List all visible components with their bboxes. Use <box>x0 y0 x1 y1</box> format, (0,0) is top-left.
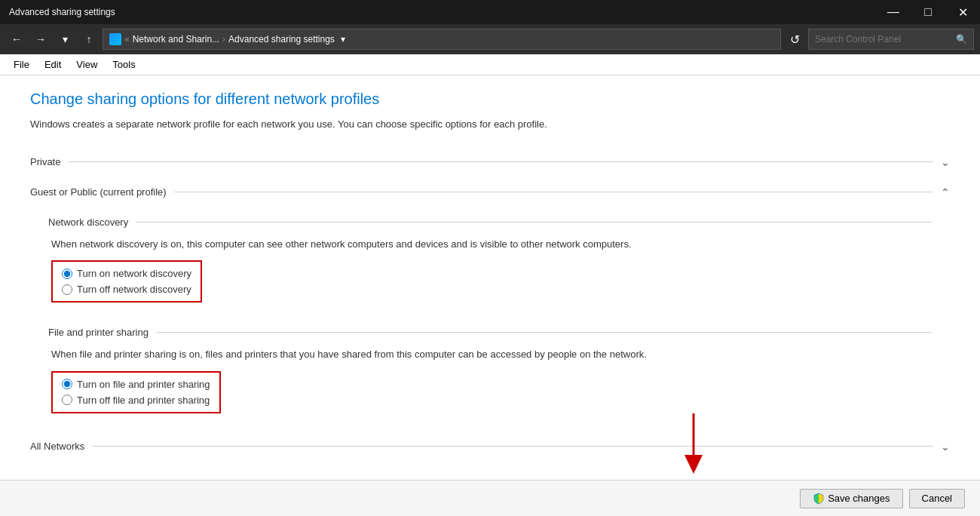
forward-button[interactable]: → <box>30 29 51 50</box>
search-box[interactable]: 🔍 <box>808 29 974 50</box>
all-networks-section-header[interactable]: All Networks ⌄ <box>30 435 950 459</box>
menu-file[interactable]: File <box>6 56 37 73</box>
path-part1: Network and Sharin... <box>133 34 219 45</box>
path-part2: Advanced sharing settings <box>228 34 335 45</box>
network-discovery-title: Network discovery <box>48 217 128 228</box>
menu-tools[interactable]: Tools <box>105 56 142 73</box>
network-discovery-subsection: Network discovery When network discovery… <box>30 204 950 315</box>
file-printer-sharing-radio-group: Turn on file and printer sharing Turn of… <box>51 371 221 413</box>
refresh-button[interactable]: ↺ <box>784 29 805 50</box>
network-discovery-off-label[interactable]: Turn off network discovery <box>62 284 191 295</box>
up-button[interactable]: ↑ <box>78 29 100 50</box>
save-changes-text: Save changes <box>828 493 890 504</box>
shield-icon <box>813 493 825 505</box>
file-printer-sharing-title: File and printer sharing <box>48 327 149 338</box>
private-section-title: Private <box>30 156 60 167</box>
private-section: Private ⌄ <box>30 150 950 174</box>
cancel-button[interactable]: Cancel <box>909 489 965 508</box>
file-printer-sharing-off-label[interactable]: Turn off file and printer sharing <box>62 395 210 406</box>
file-printer-sharing-line <box>156 332 932 333</box>
guest-public-section-header[interactable]: Guest or Public (current profile) ⌃ <box>30 180 950 204</box>
address-bar: ← → ▾ ↑ « Network and Sharin... › Advanc… <box>0 24 980 54</box>
address-path-container[interactable]: « Network and Sharin... › Advanced shari… <box>103 29 781 50</box>
network-discovery-header: Network discovery <box>48 217 932 228</box>
file-printer-sharing-description: When file and printer sharing is on, fil… <box>48 347 932 362</box>
file-printer-sharing-on-text: Turn on file and printer sharing <box>77 379 210 390</box>
all-networks-section: All Networks ⌄ <box>30 435 950 459</box>
all-networks-section-line <box>92 446 933 447</box>
network-discovery-on-text: Turn on network discovery <box>77 268 191 279</box>
network-discovery-line <box>136 222 932 223</box>
guest-public-section-line <box>174 192 933 192</box>
file-printer-sharing-header: File and printer sharing <box>48 327 932 338</box>
guest-public-chevron-icon: ⌃ <box>941 186 950 198</box>
save-changes-button[interactable]: Save changes <box>800 489 902 508</box>
private-section-header[interactable]: Private ⌄ <box>30 150 950 174</box>
dropdown-button[interactable]: ▾ <box>54 29 75 50</box>
file-printer-sharing-subsection: File and printer sharing When file and p… <box>30 315 950 425</box>
network-discovery-description: When network discovery is on, this compu… <box>48 237 932 252</box>
network-discovery-on-label[interactable]: Turn on network discovery <box>62 268 191 279</box>
title-bar: Advanced sharing settings — □ ✕ <box>0 0 980 24</box>
network-discovery-on-radio[interactable] <box>62 269 72 279</box>
path-dropdown-button[interactable]: ▾ <box>341 34 345 45</box>
footer: Save changes Cancel <box>0 480 980 516</box>
private-section-line <box>68 161 933 162</box>
all-networks-section-title: All Networks <box>30 441 84 452</box>
back-button[interactable]: ← <box>6 29 27 50</box>
path-icon <box>109 33 121 45</box>
guest-public-section-title: Guest or Public (current profile) <box>30 186 167 198</box>
path-separator: › <box>222 34 225 45</box>
network-discovery-off-text: Turn off network discovery <box>77 284 191 295</box>
menu-view[interactable]: View <box>69 56 105 73</box>
menu-edit[interactable]: Edit <box>37 56 69 73</box>
guest-public-section: Guest or Public (current profile) ⌃ Netw… <box>30 180 950 425</box>
network-discovery-radio-group: Turn on network discovery Turn off netwo… <box>51 260 202 303</box>
page-description: Windows creates a separate network profi… <box>30 117 950 132</box>
file-printer-sharing-on-label[interactable]: Turn on file and printer sharing <box>62 379 210 390</box>
window-title: Advanced sharing settings <box>9 7 115 17</box>
page-title: Change sharing options for different net… <box>30 91 950 108</box>
all-networks-chevron-icon: ⌄ <box>941 441 950 453</box>
maximize-button[interactable]: □ <box>911 0 945 24</box>
file-printer-sharing-off-radio[interactable] <box>62 395 72 405</box>
private-chevron-icon: ⌄ <box>941 156 950 168</box>
search-icon: 🔍 <box>956 34 967 45</box>
network-discovery-off-radio[interactable] <box>62 284 72 295</box>
main-content: Change sharing options for different net… <box>0 75 980 480</box>
file-printer-sharing-off-text: Turn off file and printer sharing <box>77 395 210 406</box>
window-controls: — □ ✕ <box>876 0 980 24</box>
close-button[interactable]: ✕ <box>945 0 980 24</box>
menu-bar: File Edit View Tools <box>0 54 980 75</box>
search-input[interactable] <box>815 34 953 45</box>
minimize-button[interactable]: — <box>876 0 911 24</box>
file-printer-sharing-on-radio[interactable] <box>62 379 72 389</box>
